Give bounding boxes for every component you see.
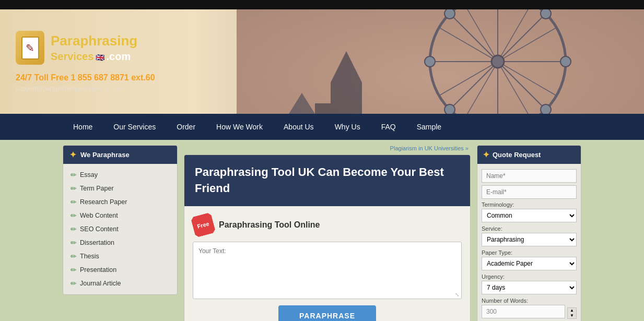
email-field[interactable]: [482, 185, 577, 199]
sidebar-title-text: We Paraphrase: [80, 151, 130, 159]
tool-section: Free Paraphrasing Tool Online ⤡ PARAPHRA…: [184, 206, 470, 321]
dotcom: .com: [107, 51, 131, 62]
quote-form: Terminology: Common Technical Academic S…: [477, 164, 581, 321]
svg-point-16: [541, 104, 551, 114]
svg-point-10: [491, 55, 504, 68]
svg-point-14: [425, 56, 435, 67]
name-field[interactable]: [482, 169, 577, 183]
sidebar-item-label: Essay: [80, 171, 98, 179]
pencil-icon: ✏: [71, 211, 77, 220]
words-row: ▲ ▼: [482, 305, 577, 321]
words-label: Number of Words:: [482, 298, 577, 304]
content-wrapper: ✦ We Paraphrase ✏ Essay ✏ Term Paper ✏ R…: [0, 140, 644, 321]
left-sidebar: ✦ We Paraphrase ✏ Essay ✏ Term Paper ✏ R…: [63, 145, 178, 321]
sidebar-item-dissertation[interactable]: ✏ Dissertation: [63, 236, 177, 249]
sidebar-item-label: SEO Content: [80, 225, 119, 233]
text-input[interactable]: [193, 242, 461, 289]
logo-icon: [16, 31, 44, 65]
pencil-icon: ✏: [71, 184, 77, 193]
sidebar-item-presentation[interactable]: ✏ Presentation: [63, 263, 177, 277]
words-spinner: ▲ ▼: [567, 307, 577, 319]
paper-type-label: Paper Type:: [482, 249, 577, 256]
free-badge-row: Free Paraphrasing Tool Online: [193, 215, 462, 235]
breadcrumb-link[interactable]: Plagiarism in UK Universities »: [390, 145, 469, 151]
sidebar-item-term-paper[interactable]: ✏ Term Paper: [63, 182, 177, 195]
nav-how-we-work[interactable]: How We Work: [206, 114, 273, 140]
pencil-icon: ✏: [71, 239, 77, 247]
nav-home[interactable]: Home: [63, 114, 103, 140]
nav-faq[interactable]: FAQ: [371, 114, 406, 140]
pencil-icon: ✏: [71, 266, 77, 274]
nav-about-us[interactable]: About Us: [273, 114, 324, 140]
sidebar-item-label: Dissertation: [80, 239, 114, 246]
quote-title-text: Quote Request: [493, 151, 541, 159]
resize-icon: ⤡: [455, 292, 459, 298]
quote-box: ✦ Quote Request Terminology: Common Tech…: [477, 145, 581, 321]
pencil-icon: ✏: [71, 279, 77, 288]
ferris-wheel-illustration: [237, 9, 644, 114]
service-select[interactable]: Paraphrasing Editing Proofreading: [482, 233, 577, 246]
resize-handle: ⤡: [193, 291, 461, 299]
sidebar-item-label: Research Paper: [80, 198, 127, 206]
sidebar-item-label: Presentation: [80, 266, 116, 274]
quote-sidebar: ✦ Quote Request Terminology: Common Tech…: [477, 145, 581, 321]
svg-point-18: [444, 9, 455, 19]
services-name: Services: [51, 51, 93, 62]
sidebar-title: ✦ We Paraphrase: [63, 146, 177, 164]
quote-title: ✦ Quote Request: [477, 146, 581, 164]
logo-area: Paraphrasing Services 🇬🇧 .com: [16, 31, 225, 65]
sidebar-star-icon: ✦: [69, 150, 76, 160]
header-left: Paraphrasing Services 🇬🇧 .com 24/7 Toll …: [0, 20, 240, 103]
words-up-button[interactable]: ▲: [568, 308, 576, 313]
textarea-wrapper: ⤡: [193, 242, 462, 299]
sidebar-item-seo-content[interactable]: ✏ SEO Content: [63, 222, 177, 236]
contact-email[interactable]: support@paraphrasingservicesuk.com: [16, 85, 225, 92]
main-heading: Paraphrasing Tool UK Can Become Your Bes…: [184, 155, 470, 206]
sidebar-item-research-paper[interactable]: ✏ Research Paper: [63, 195, 177, 209]
main-content: Plagiarism in UK Universities » Paraphra…: [184, 145, 471, 321]
terminology-select[interactable]: Common Technical Academic: [482, 209, 577, 222]
svg-point-15: [541, 9, 551, 19]
we-paraphrase-box: ✦ We Paraphrase ✏ Essay ✏ Term Paper ✏ R…: [63, 145, 178, 295]
pencil-icon: ✏: [71, 252, 77, 260]
free-badge: Free: [191, 212, 216, 237]
paper-type-select[interactable]: Academic Paper Research Paper Essay: [482, 257, 577, 270]
sidebar-item-thesis[interactable]: ✏ Thesis: [63, 249, 177, 263]
sidebar-item-label: Thesis: [80, 253, 99, 260]
svg-point-12: [560, 56, 571, 67]
pencil-icon: ✏: [71, 225, 77, 233]
tool-title: Paraphrasing Tool Online: [219, 220, 320, 230]
quote-star-icon: ✦: [483, 150, 489, 160]
top-bar: [0, 0, 644, 9]
paraphrase-button[interactable]: PARAPHRASE: [278, 305, 376, 321]
sidebar-item-journal-article[interactable]: ✏ Journal Article: [63, 277, 177, 290]
sidebar-item-label: Web Content: [80, 212, 118, 219]
nav-why-us[interactable]: Why Us: [324, 114, 371, 140]
pencil-icon: ✏: [71, 198, 77, 206]
sidebar-item-label: Term Paper: [80, 185, 114, 192]
nav-order[interactable]: Order: [166, 114, 206, 140]
terminology-label: Terminology:: [482, 201, 577, 208]
urgency-label: Urgency:: [482, 274, 577, 280]
words-down-button[interactable]: ▼: [568, 313, 576, 318]
contact-phone[interactable]: 24/7 Toll Free 1 855 687 8871 ext.60: [16, 73, 225, 82]
service-label: Service:: [482, 225, 577, 232]
svg-rect-24: [315, 103, 331, 114]
uk-flag: 🇬🇧: [96, 53, 104, 62]
urgency-select[interactable]: 7 days 5 days 3 days 1 day: [482, 281, 577, 294]
sidebar-item-essay[interactable]: ✏ Essay: [63, 168, 177, 182]
breadcrumb: Plagiarism in UK Universities »: [184, 145, 471, 151]
pencil-icon: ✏: [71, 171, 77, 179]
sidebar-items-list: ✏ Essay ✏ Term Paper ✏ Research Paper ✏ …: [63, 164, 177, 294]
brand-name: Paraphrasing: [51, 33, 137, 49]
nav-our-services[interactable]: Our Services: [103, 114, 166, 140]
main-nav: Home Our Services Order How We Work Abou…: [0, 114, 644, 140]
sidebar-item-label: Journal Article: [80, 280, 121, 287]
sidebar-item-web-content[interactable]: ✏ Web Content: [63, 209, 177, 222]
svg-rect-22: [331, 82, 362, 114]
logo-text: Paraphrasing Services 🇬🇧 .com: [51, 32, 137, 64]
content-box: Paraphrasing Tool UK Can Become Your Bes…: [184, 154, 471, 321]
words-input[interactable]: [482, 305, 565, 318]
nav-sample[interactable]: Sample: [406, 114, 452, 140]
svg-point-17: [444, 104, 455, 114]
